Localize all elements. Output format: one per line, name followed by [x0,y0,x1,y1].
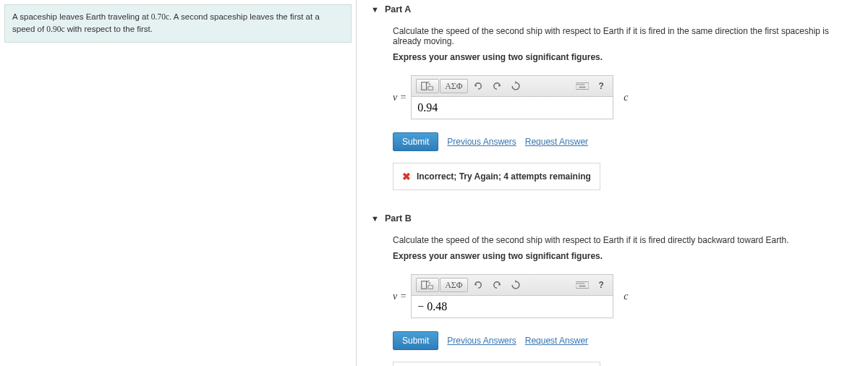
part-b-answer-row: v = x ΑΣΦ [393,274,854,318]
part-a-unit: c [624,92,628,103]
request-answer-link[interactable]: Request Answer [525,137,588,147]
svg-text:x: x [429,281,431,285]
svg-rect-17 [582,283,583,284]
undo-icon[interactable] [469,278,487,292]
part-a-input[interactable] [412,97,613,119]
part-a-toolbar: x ΑΣΦ [412,76,613,97]
part-b-feedback: ✖ Incorrect; Try Again; 3 attempts remai… [393,362,600,366]
svg-rect-16 [580,283,582,284]
part-a-answer-row: v = x ΑΣΦ [393,75,854,119]
svg-rect-4 [577,84,579,85]
svg-rect-10 [422,281,427,289]
caret-down-icon[interactable]: ▼ [371,214,379,223]
svg-rect-12 [428,286,433,289]
caret-down-icon[interactable]: ▼ [371,5,379,14]
svg-rect-8 [584,84,585,85]
part-b-answer-widget: x ΑΣΦ [411,274,613,318]
part-b-buttons: Submit Previous Answers Request Answer [393,331,854,350]
problem-v2: 0.90c [46,25,64,33]
submit-button[interactable]: Submit [393,331,438,350]
part-a-answer-widget: x ΑΣΦ [411,75,613,119]
part-b-question: Calculate the speed of the second ship w… [393,235,854,245]
problem-text: A spaceship leaves Earth traveling at [12,12,151,21]
previous-answers-link[interactable]: Previous Answers [447,137,516,147]
part-b-header[interactable]: ▼ Part B [371,209,854,228]
svg-rect-5 [579,84,580,85]
problem-statement: A spaceship leaves Earth traveling at 0.… [4,4,352,43]
problem-v1: 0.70c [151,12,169,21]
template-icon[interactable]: x [416,278,439,292]
svg-rect-15 [579,283,580,284]
redo-icon[interactable] [488,79,506,93]
keyboard-icon[interactable] [572,278,592,292]
svg-rect-14 [577,283,579,284]
svg-rect-3 [576,83,589,90]
part-a-buttons: Submit Previous Answers Request Answer [393,132,854,151]
previous-answers-link[interactable]: Previous Answers [447,336,516,346]
part-a-feedback: ✖ Incorrect; Try Again; 4 attempts remai… [393,163,600,190]
svg-rect-13 [576,282,589,289]
svg-rect-19 [579,286,586,287]
svg-rect-2 [428,87,433,90]
part-a-feedback-text: Incorrect; Try Again; 4 attempts remaini… [417,171,591,182]
part-a-instruction: Express your answer using two significan… [393,52,854,62]
undo-icon[interactable] [469,79,487,93]
part-b-toolbar: x ΑΣΦ [412,275,613,296]
part-a-section: ▼ Part A Calculate the speed of the seco… [371,0,854,190]
redo-icon[interactable] [488,278,506,292]
svg-rect-18 [584,283,585,284]
reset-icon[interactable] [507,79,524,93]
greek-icon[interactable]: ΑΣΦ [440,278,467,292]
problem-pane: A spaceship leaves Earth traveling at 0.… [0,0,356,366]
submit-button[interactable]: Submit [393,132,438,151]
part-a-question: Calculate the speed of the second ship w… [393,26,854,46]
problem-text-after: with respect to the first. [65,25,153,33]
part-b-label: Part B [385,213,412,224]
answer-pane: ▼ Part A Calculate the speed of the seco… [356,0,868,366]
part-a-header[interactable]: ▼ Part A [371,0,854,19]
svg-rect-9 [579,87,586,88]
svg-rect-6 [580,84,582,85]
part-b-var-label: v = [393,291,407,302]
greek-icon[interactable]: ΑΣΦ [440,79,467,93]
part-b-section: ▼ Part B Calculate the speed of the seco… [371,209,854,366]
part-b-unit: c [624,291,628,302]
template-icon[interactable]: x [416,79,439,93]
keyboard-icon[interactable] [572,79,592,93]
incorrect-icon: ✖ [402,171,411,182]
svg-text:x: x [429,82,431,86]
svg-rect-0 [422,82,427,90]
part-b-input[interactable] [412,296,613,318]
svg-rect-7 [582,84,583,85]
part-b-instruction: Express your answer using two significan… [393,251,854,261]
help-icon[interactable]: ? [594,278,608,292]
part-a-label: Part A [385,4,411,14]
help-icon[interactable]: ? [594,79,608,93]
request-answer-link[interactable]: Request Answer [525,336,588,346]
part-a-var-label: v = [393,92,407,103]
reset-icon[interactable] [507,278,524,292]
